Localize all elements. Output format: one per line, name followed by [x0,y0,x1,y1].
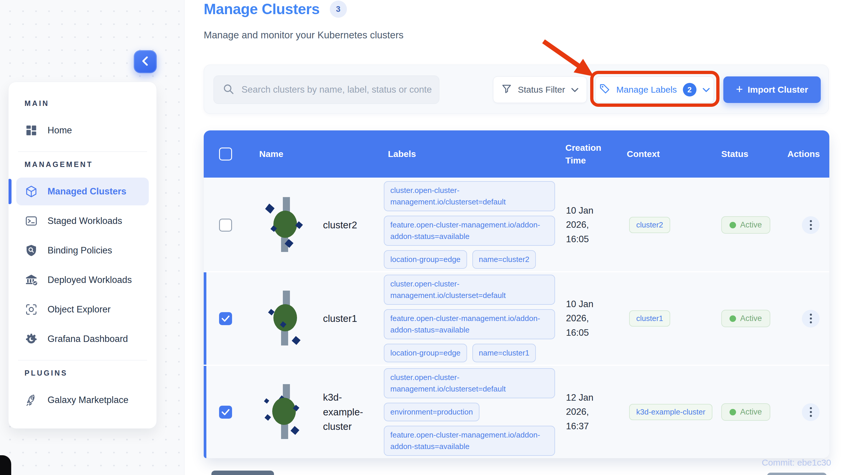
cluster-name: k3d- example- cluster [323,390,363,434]
pagination-button-partial[interactable] [211,471,274,475]
select-all-checkbox[interactable] [219,147,232,161]
row-checkbox[interactable] [219,312,232,325]
grafana-icon [25,332,38,346]
creation-time: 10 Jan 2026, 16:05 [566,204,593,246]
sidebar: MAIN Home MANAGEMENT Managed Clusters St… [8,82,157,429]
page-title: Manage Clusters [204,1,320,18]
sidebar-item-label: Object Explorer [48,304,111,315]
cluster-count-badge: 3 [330,1,347,18]
manage-labels-button[interactable]: Manage Labels 2 [595,76,714,103]
page-subtitle: Manage and monitor your Kubernetes clust… [204,30,404,41]
sidebar-divider [18,151,147,152]
status-dot-icon [730,409,736,415]
row-actions-button[interactable] [802,403,819,421]
row-checkbox[interactable] [219,406,232,419]
chevron-left-icon [140,55,150,68]
pagination-button-partial[interactable] [767,473,827,475]
label-chip: feature.open-cluster-management.io/addon… [384,426,555,456]
label-chip: location-group=edge [384,344,467,362]
sidebar-divider [18,360,147,361]
status-badge: Active [721,216,770,234]
bank-check-icon [25,273,38,287]
toolbar: Status Filter Manage Labels 2 + Import C… [204,65,829,114]
funnel-icon [501,83,512,96]
import-cluster-button[interactable]: + Import Cluster [723,76,821,103]
column-header-context: Context [624,130,719,178]
search-input[interactable] [242,84,432,95]
sidebar-item-grafana-dashboard[interactable]: Grafana Dashboard [16,325,149,353]
sidebar-item-label: Home [48,125,72,136]
chevron-down-icon [702,85,710,95]
sidebar-item-label: Galaxy Marketplace [48,395,128,405]
sidebar-item-managed-clusters[interactable]: Managed Clusters [16,178,149,205]
terminal-icon [25,214,38,228]
status-dot-icon [730,315,736,322]
sidebar-section-management: MANAGEMENT [25,160,149,169]
context-badge: cluster1 [629,310,670,327]
column-header-status: Status [719,130,784,178]
table-row: cluster1 cluster.open-cluster- managemen… [204,272,829,365]
label-chip: location-group=edge [384,250,467,269]
label-chip: name=cluster2 [472,250,536,269]
status-filter-label: Status Filter [518,85,565,95]
row-actions-button[interactable] [802,310,819,328]
tag-icon [599,83,610,97]
status-label: Active [740,314,762,323]
chevron-down-icon [571,85,579,95]
sidebar-collapse-button[interactable] [134,50,157,73]
manage-labels-label: Manage Labels [616,85,677,95]
sidebar-item-binding-policies[interactable]: Binding Policies [16,237,149,264]
sidebar-item-staged-workloads[interactable]: Staged Workloads [16,207,149,235]
row-checkbox[interactable] [219,218,232,232]
search-box [213,75,439,104]
status-label: Active [740,407,762,416]
sidebar-item-label: Deployed Workloads [48,275,132,285]
status-dot-icon [730,222,736,228]
table-row: k3d- example- cluster cluster.open-clust… [204,366,829,458]
status-badge: Active [721,310,770,327]
rocket-icon [25,393,38,407]
label-chip: name=cluster1 [472,344,536,362]
label-chip: cluster.open-cluster- management.io/clus… [384,181,555,211]
table-header-row: Name Labels Creation Time Context Status… [204,130,829,178]
cube-icon [25,185,38,198]
label-chip: environment=production [384,403,479,421]
sidebar-item-home[interactable]: Home [16,116,149,144]
column-header-name: Name [236,130,384,178]
commit-hash: Commit: ebe1c30 [756,457,831,468]
cluster-name: cluster2 [323,218,357,233]
creation-time: 10 Jan 2026, 16:05 [566,297,593,340]
app-screen: MAIN Home MANAGEMENT Managed Clusters St… [0,0,868,475]
sidebar-item-label: Binding Policies [48,245,112,256]
plus-icon: + [736,83,743,95]
column-header-creation-time: Creation Time [562,130,610,178]
label-chip: feature.open-cluster-management.io/addon… [384,309,555,339]
cluster-node-icon [259,197,312,254]
sidebar-section-plugins: PLUGINS [25,369,149,377]
label-chip: cluster.open-cluster- management.io/clus… [384,368,555,398]
import-cluster-label: Import Cluster [748,85,808,95]
dashboard-icon [25,124,38,137]
clusters-table: Name Labels Creation Time Context Status… [204,130,829,458]
search-icon [222,82,235,97]
cluster-name: cluster1 [323,311,357,326]
sidebar-item-object-explorer[interactable]: Object Explorer [16,296,149,324]
column-header-actions: Actions [784,130,829,178]
row-actions-button[interactable] [802,216,819,234]
column-header-labels: Labels [384,130,562,178]
sidebar-item-galaxy-marketplace[interactable]: Galaxy Marketplace [16,386,149,414]
context-badge: cluster2 [629,217,670,233]
cluster-node-icon [259,290,312,347]
cluster-node-icon [259,383,312,441]
sidebar-item-label: Managed Clusters [48,186,126,197]
sidebar-section-main: MAIN [25,99,149,108]
manage-labels-count-badge: 2 [683,83,696,97]
creation-time: 12 Jan 2026, 16:37 [566,391,593,433]
label-chip: cluster.open-cluster- management.io/clus… [384,275,555,305]
sidebar-item-label: Grafana Dashboard [48,334,128,344]
status-label: Active [740,220,762,230]
status-filter-button[interactable]: Status Filter [493,76,587,103]
scan-object-icon [25,303,38,316]
sidebar-item-deployed-workloads[interactable]: Deployed Workloads [16,266,149,294]
label-chip: feature.open-cluster-management.io/addon… [384,216,555,246]
